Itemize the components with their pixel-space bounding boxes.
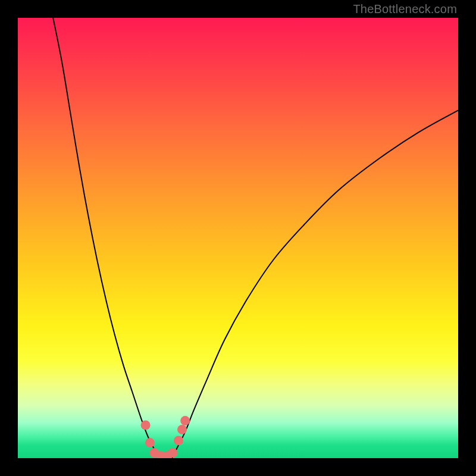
marker-point: [174, 436, 183, 445]
curve-left-branch: [53, 18, 159, 458]
chart-frame: TheBottleneck.com: [0, 0, 476, 476]
marker-point: [141, 421, 151, 430]
marker-point: [177, 425, 187, 434]
marker-point: [145, 438, 155, 447]
plot-area: [18, 18, 458, 458]
marker-point: [180, 416, 190, 425]
curve-group: [53, 18, 458, 458]
watermark-text: TheBottleneck.com: [353, 2, 457, 16]
chart-svg: [18, 18, 458, 458]
marker-point: [168, 448, 177, 458]
curve-right-branch: [172, 110, 458, 458]
